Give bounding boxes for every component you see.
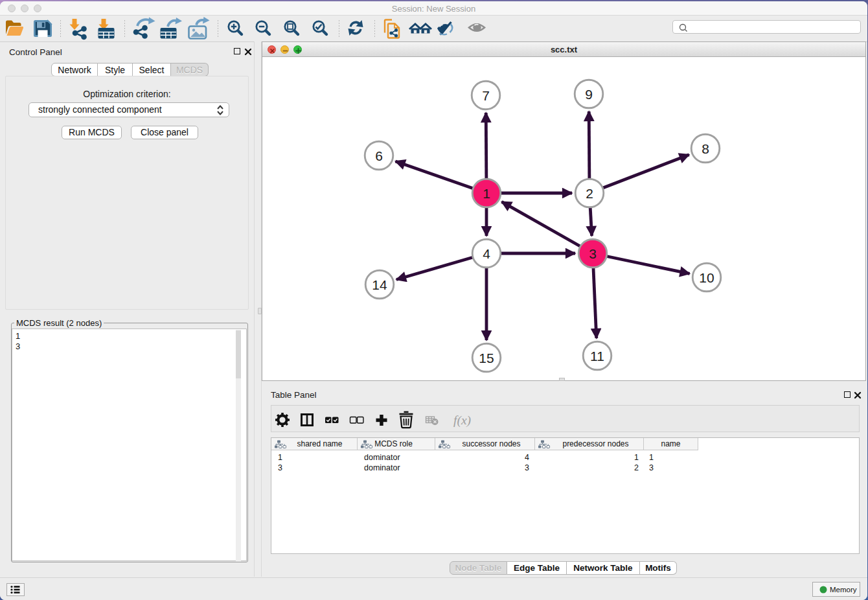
svg-text:3: 3 (589, 246, 597, 261)
svg-text:9: 9 (585, 87, 593, 102)
svg-text:2: 2 (586, 186, 593, 201)
svg-text:1: 1 (483, 186, 490, 201)
svg-text:6: 6 (375, 148, 383, 163)
svg-text:8: 8 (702, 141, 709, 156)
svg-text:4: 4 (483, 246, 490, 261)
svg-text:11: 11 (590, 349, 604, 363)
svg-text:15: 15 (479, 351, 494, 365)
svg-text:10: 10 (699, 270, 714, 285)
svg-text:7: 7 (482, 88, 490, 103)
svg-text:14: 14 (372, 277, 387, 292)
svg-text:f(x): f(x) (453, 413, 471, 428)
